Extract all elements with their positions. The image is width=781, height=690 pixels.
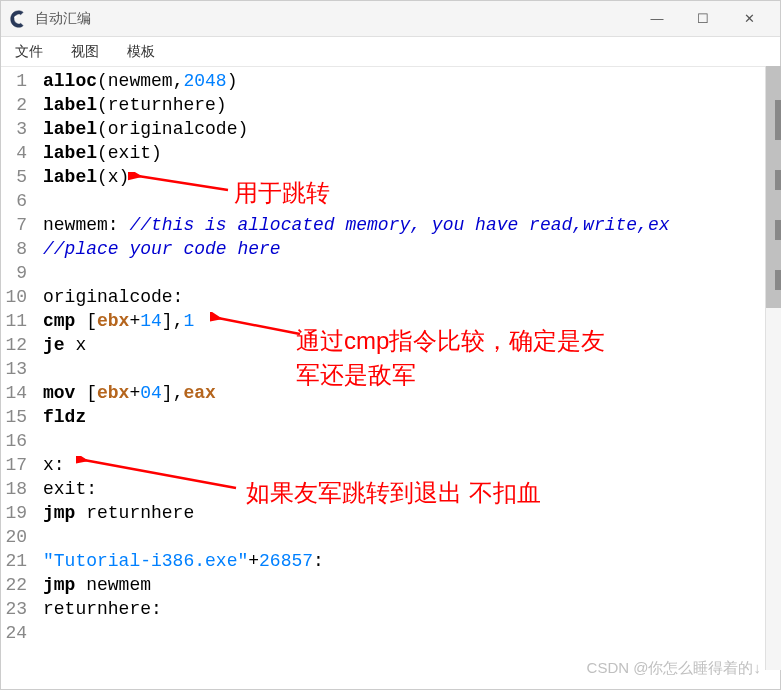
line-number: 12 — [1, 333, 31, 357]
line-number: 11 — [1, 309, 31, 333]
menu-file[interactable]: 文件 — [11, 41, 47, 63]
line-number: 5 — [1, 165, 31, 189]
code-editor[interactable]: 1alloc(newmem,2048)2label(returnhere)3la… — [1, 67, 780, 689]
line-number: 22 — [1, 573, 31, 597]
code-line[interactable]: 17x: — [1, 453, 780, 477]
code-line[interactable]: 9 — [1, 261, 780, 285]
line-number: 9 — [1, 261, 31, 285]
line-number: 24 — [1, 621, 31, 645]
line-number: 14 — [1, 381, 31, 405]
code-line[interactable]: 11cmp [ebx+14],1 — [1, 309, 780, 333]
code-content[interactable]: exit: — [37, 477, 780, 501]
code-content[interactable]: jmp returnhere — [37, 501, 780, 525]
code-line[interactable]: 7newmem: //this is allocated memory, you… — [1, 213, 780, 237]
code-content[interactable]: fldz — [37, 405, 780, 429]
app-window: 自动汇编 — ☐ ✕ 文件 视图 模板 1alloc(newmem,2048)2… — [0, 0, 781, 690]
window-controls: — ☐ ✕ — [634, 3, 772, 35]
line-number: 7 — [1, 213, 31, 237]
line-number: 16 — [1, 429, 31, 453]
line-number: 1 — [1, 69, 31, 93]
menu-template[interactable]: 模板 — [123, 41, 159, 63]
line-number: 4 — [1, 141, 31, 165]
svg-point-0 — [14, 16, 17, 18]
menu-view[interactable]: 视图 — [67, 41, 103, 63]
code-line[interactable]: 18exit: — [1, 477, 780, 501]
line-number: 3 — [1, 117, 31, 141]
code-content[interactable]: jmp newmem — [37, 573, 780, 597]
watermark: CSDN @你怎么睡得着的↓ — [587, 659, 761, 678]
code-line[interactable]: 15fldz — [1, 405, 780, 429]
code-content[interactable]: x: — [37, 453, 780, 477]
code-content[interactable]: mov [ebx+04],eax — [37, 381, 780, 405]
line-number: 18 — [1, 477, 31, 501]
line-number: 10 — [1, 285, 31, 309]
maximize-button[interactable]: ☐ — [680, 3, 726, 35]
titlebar[interactable]: 自动汇编 — ☐ ✕ — [1, 1, 780, 37]
code-line[interactable]: 16 — [1, 429, 780, 453]
code-line[interactable]: 6 — [1, 189, 780, 213]
code-content[interactable]: originalcode: — [37, 285, 780, 309]
side-markers — [775, 100, 781, 500]
code-content[interactable]: label(originalcode) — [37, 117, 780, 141]
line-number: 13 — [1, 357, 31, 381]
code-line[interactable]: 22jmp newmem — [1, 573, 780, 597]
code-line[interactable]: 19jmp returnhere — [1, 501, 780, 525]
code-line[interactable]: 24 — [1, 621, 780, 645]
line-number: 17 — [1, 453, 31, 477]
code-content[interactable]: newmem: //this is allocated memory, you … — [37, 213, 780, 237]
editor-container: 1alloc(newmem,2048)2label(returnhere)3la… — [1, 67, 780, 689]
side-marker — [775, 220, 781, 240]
line-number: 23 — [1, 597, 31, 621]
code-content[interactable]: je x — [37, 333, 780, 357]
close-button[interactable]: ✕ — [726, 3, 772, 35]
code-content[interactable]: returnhere: — [37, 597, 780, 621]
menubar: 文件 视图 模板 — [1, 37, 780, 67]
line-number: 21 — [1, 549, 31, 573]
code-line[interactable]: 20 — [1, 525, 780, 549]
app-icon — [9, 9, 29, 29]
code-line[interactable]: 21"Tutorial-i386.exe"+26857: — [1, 549, 780, 573]
code-line[interactable]: 12je x — [1, 333, 780, 357]
code-content[interactable]: //place your code here — [37, 237, 780, 261]
code-line[interactable]: 1alloc(newmem,2048) — [1, 69, 780, 93]
minimize-button[interactable]: — — [634, 3, 680, 35]
side-marker — [775, 170, 781, 190]
side-marker — [775, 270, 781, 290]
line-number: 20 — [1, 525, 31, 549]
code-line[interactable]: 13 — [1, 357, 780, 381]
code-content[interactable]: label(x) — [37, 165, 780, 189]
window-title: 自动汇编 — [35, 10, 634, 28]
code-line[interactable]: 2label(returnhere) — [1, 93, 780, 117]
code-line[interactable]: 8//place your code here — [1, 237, 780, 261]
code-line[interactable]: 23returnhere: — [1, 597, 780, 621]
line-number: 2 — [1, 93, 31, 117]
line-number: 6 — [1, 189, 31, 213]
line-number: 15 — [1, 405, 31, 429]
code-content[interactable]: "Tutorial-i386.exe"+26857: — [37, 549, 780, 573]
code-content[interactable]: label(returnhere) — [37, 93, 780, 117]
code-content[interactable]: label(exit) — [37, 141, 780, 165]
line-number: 8 — [1, 237, 31, 261]
code-line[interactable]: 4label(exit) — [1, 141, 780, 165]
code-line[interactable]: 10originalcode: — [1, 285, 780, 309]
side-marker — [775, 100, 781, 140]
code-content[interactable]: cmp [ebx+14],1 — [37, 309, 780, 333]
code-content[interactable]: alloc(newmem,2048) — [37, 69, 780, 93]
code-line[interactable]: 5label(x) — [1, 165, 780, 189]
code-line[interactable]: 3label(originalcode) — [1, 117, 780, 141]
code-line[interactable]: 14mov [ebx+04],eax — [1, 381, 780, 405]
line-number: 19 — [1, 501, 31, 525]
